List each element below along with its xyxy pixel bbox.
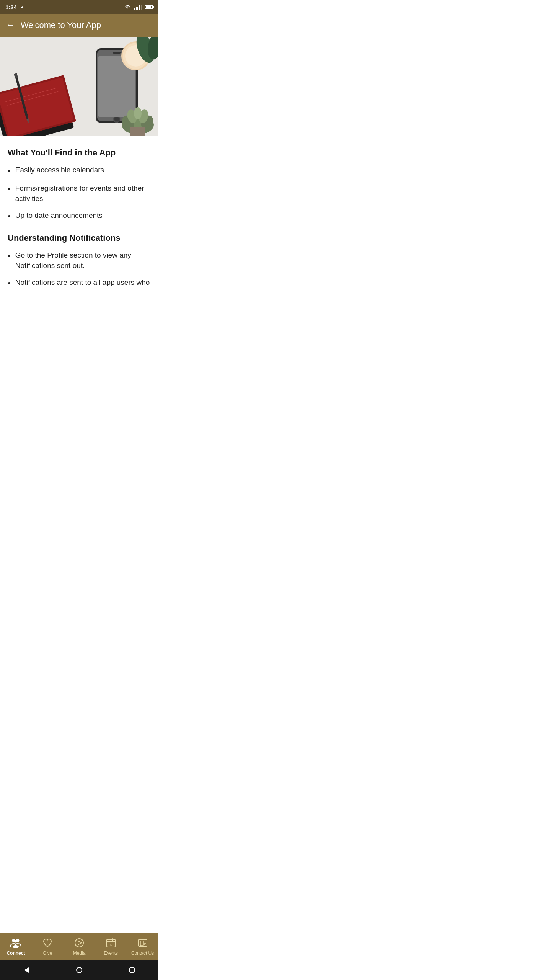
list-item: • Up to date announcements <box>8 210 151 222</box>
list-item: • Easily accessible calendars <box>8 165 151 177</box>
list-item-text: Up to date announcements <box>15 210 103 221</box>
list-item-text: Easily accessible calendars <box>15 165 104 175</box>
svg-point-25 <box>134 107 142 119</box>
list-item-text: Notifications are sent to all app users … <box>15 277 150 288</box>
signal-icon <box>134 5 142 10</box>
alert-icon: ▲ <box>20 4 24 10</box>
section1-list: • Easily accessible calendars • Forms/re… <box>8 165 151 222</box>
back-button[interactable]: ← <box>6 20 15 30</box>
section1-heading: What You'll Find in the App <box>8 148 151 158</box>
bullet-dot: • <box>8 250 11 262</box>
app-bar: ← Welcome to Your App <box>0 14 158 37</box>
hero-svg <box>0 37 158 136</box>
svg-rect-26 <box>130 127 145 136</box>
bullet-dot: • <box>8 277 11 289</box>
status-bar: 1:24 ▲ <box>0 0 158 14</box>
list-item: • Notifications are sent to all app user… <box>8 277 151 289</box>
list-item-text: Go to the Profile section to view any No… <box>15 250 151 271</box>
scrollable-content: What You'll Find in the App • Easily acc… <box>0 136 158 312</box>
bullet-dot: • <box>8 183 11 195</box>
bullet-dot: • <box>8 210 11 222</box>
section2-heading: Understanding Notifications <box>8 233 151 243</box>
page-title: Welcome to Your App <box>21 20 101 30</box>
status-icons <box>124 4 153 10</box>
svg-rect-14 <box>113 52 121 54</box>
status-time: 1:24 <box>5 4 17 10</box>
main-content: What You'll Find in the App • Easily acc… <box>0 136 158 308</box>
battery-icon <box>145 5 153 9</box>
svg-point-12 <box>114 117 119 121</box>
section2-list: • Go to the Profile section to view any … <box>8 250 151 289</box>
bullet-dot: • <box>8 165 11 177</box>
list-item-text: Forms/registrations for events and other… <box>15 183 151 204</box>
wifi-icon <box>124 4 132 10</box>
list-item: • Go to the Profile section to view any … <box>8 250 151 271</box>
hero-image <box>0 37 158 136</box>
list-item: • Forms/registrations for events and oth… <box>8 183 151 204</box>
